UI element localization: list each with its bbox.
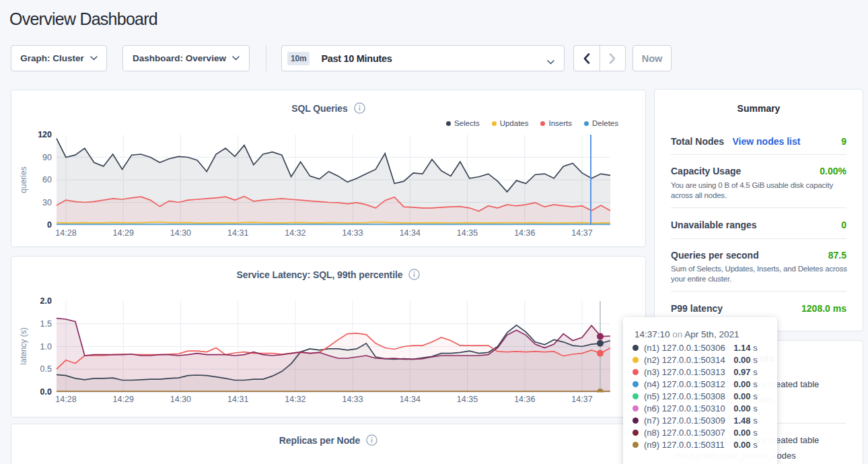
svg-text:0: 0 [47,220,52,230]
svg-text:14:31: 14:31 [227,228,248,238]
svg-text:14:37: 14:37 [571,228,592,238]
svg-text:0.0: 0.0 [40,387,52,397]
svg-text:60: 60 [42,175,52,185]
svg-text:14:31: 14:31 [227,395,248,404]
svg-text:14:28: 14:28 [55,228,76,238]
svg-text:14:35: 14:35 [457,228,478,238]
svg-text:0.5: 0.5 [40,364,52,374]
svg-text:14:34: 14:34 [400,395,421,404]
svg-text:14:29: 14:29 [113,228,134,238]
svg-text:14:30: 14:30 [170,228,191,238]
svg-text:14:36: 14:36 [514,228,535,238]
svg-text:14:32: 14:32 [285,228,305,238]
svg-text:14:28: 14:28 [55,395,76,404]
svg-text:90: 90 [42,153,52,162]
svg-text:14:29: 14:29 [113,395,134,404]
svg-text:120: 120 [38,130,52,139]
svg-text:14:32: 14:32 [285,395,305,404]
svg-text:14:30: 14:30 [170,395,191,404]
svg-text:14:33: 14:33 [342,395,363,404]
svg-text:14:35: 14:35 [457,395,478,404]
svg-text:1.0: 1.0 [40,342,52,352]
svg-text:2.0: 2.0 [40,296,52,306]
svg-text:14:33: 14:33 [342,228,363,238]
svg-text:1.5: 1.5 [40,319,52,329]
svg-text:14:34: 14:34 [400,228,421,238]
svg-text:14:36: 14:36 [514,395,535,404]
svg-text:queries: queries [19,166,28,193]
svg-text:14:37: 14:37 [571,395,592,404]
svg-text:30: 30 [42,198,52,207]
svg-text:latency (s): latency (s) [19,327,28,364]
